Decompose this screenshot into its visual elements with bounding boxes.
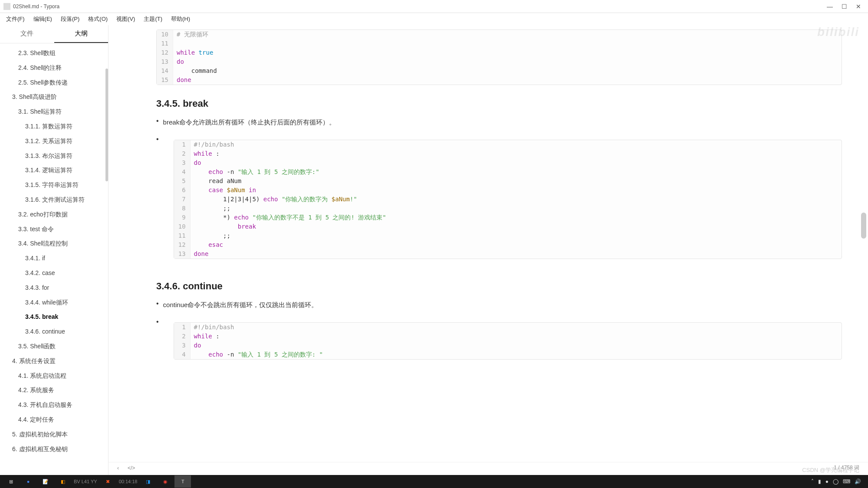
sidebar: 文件 大纲 2.3. Shell数组2.4. Shell的注释2.5. Shel… xyxy=(0,25,108,475)
outline-item[interactable]: 3. Shell高级进阶 xyxy=(0,90,108,105)
heading-345[interactable]: 3.4.5. break xyxy=(156,98,842,109)
menu-paragraph[interactable]: 段落(P) xyxy=(57,14,83,24)
sidebar-scrollbar[interactable] xyxy=(105,69,108,181)
outline-item[interactable]: 3.2. echo打印数据 xyxy=(0,207,108,222)
bullet-break-desc: break命令允许跳出所有循环（终止执行后面的所有循环）。 xyxy=(156,117,842,128)
code-block-break[interactable]: 1#!/bin/bash2while :3do4 echo -n "输入 1 到… xyxy=(174,140,842,259)
outline-item[interactable]: 3.4.1. if xyxy=(0,251,108,266)
close-button[interactable]: ✕ xyxy=(856,3,861,10)
outline-item[interactable]: 2.5. Shell参数传递 xyxy=(0,75,108,90)
minimize-button[interactable]: — xyxy=(827,3,833,10)
outline-item[interactable]: 5. 虚拟机初始化脚本 xyxy=(0,427,108,442)
outline-item[interactable]: 6. 虚拟机相互免秘钥 xyxy=(0,442,108,457)
outline-list[interactable]: 2.3. Shell数组2.4. Shell的注释2.5. Shell参数传递3… xyxy=(0,43,108,475)
editor-content[interactable]: 10# 无限循环1112while true13do14 command15do… xyxy=(108,25,868,475)
menu-edit[interactable]: 编辑(E) xyxy=(30,14,56,24)
menu-format[interactable]: 格式(O) xyxy=(85,14,111,24)
nav-back-icon[interactable]: ‹ xyxy=(117,465,119,471)
outline-item[interactable]: 3.4. Shell流程控制 xyxy=(0,236,108,251)
bullet-continue-code: 1#!/bin/bash2while :3do4 echo -n "输入 1 到… xyxy=(156,318,842,368)
bullet-continue-desc: continue命令不会跳出所有循环，仅仅跳出当前循环。 xyxy=(156,300,842,310)
outline-item[interactable]: 4.4. 定时任务 xyxy=(0,413,108,427)
main-area: 文件 大纲 2.3. Shell数组2.4. Shell的注释2.5. Shel… xyxy=(0,25,868,475)
source-mode-icon[interactable]: </> xyxy=(128,465,135,471)
code-block-continue[interactable]: 1#!/bin/bash2while :3do4 echo -n "输入 1 到… xyxy=(174,322,842,360)
outline-item[interactable]: 3.4.5. break xyxy=(0,310,108,324)
tab-files[interactable]: 文件 xyxy=(0,25,54,43)
watermark-bilibili: bilibili xyxy=(817,25,859,39)
titlebar: 02Shell.md - Typora — ☐ ✕ xyxy=(0,0,868,13)
outline-item[interactable]: 2.4. Shell的注释 xyxy=(0,61,108,75)
text-break-desc[interactable]: break命令允许跳出所有循环（终止执行后面的所有循环）。 xyxy=(163,117,336,128)
outline-item[interactable]: 2.3. Shell数组 xyxy=(0,46,108,61)
menu-theme[interactable]: 主题(T) xyxy=(140,14,166,24)
sidebar-tabs: 文件 大纲 xyxy=(0,25,108,43)
outline-item[interactable]: 3.5. Shell函数 xyxy=(0,339,108,354)
window-controls: — ☐ ✕ xyxy=(827,3,865,10)
outline-item[interactable]: 4.1. 系统启动流程 xyxy=(0,369,108,383)
menu-view[interactable]: 视图(V) xyxy=(113,14,138,24)
maximize-button[interactable]: ☐ xyxy=(842,3,847,10)
outline-item[interactable]: 4.2. 系统服务 xyxy=(0,383,108,398)
outline-item[interactable]: 3.1.4. 逻辑运算符 xyxy=(0,163,108,178)
code-block-while[interactable]: 10# 无限循环1112while true13do14 command15do… xyxy=(156,29,842,85)
outline-item[interactable]: 3.1. Shell运算符 xyxy=(0,105,108,119)
editor-footer: ‹ </> 1 / 4758 词 xyxy=(108,462,868,473)
text-continue-desc[interactable]: continue命令不会跳出所有循环，仅仅跳出当前循环。 xyxy=(163,300,318,310)
heading-346[interactable]: 3.4.6. continue xyxy=(156,281,842,292)
outline-item[interactable]: 3.1.2. 关系运算符 xyxy=(0,134,108,149)
menubar: 文件(F) 编辑(E) 段落(P) 格式(O) 视图(V) 主题(T) 帮助(H… xyxy=(0,13,868,25)
window-title: 02Shell.md - Typora xyxy=(13,3,827,10)
outline-item[interactable]: 3.4.4. while循环 xyxy=(0,295,108,310)
watermark-csdn: CSDN @学亮编程手记 xyxy=(802,466,859,474)
outline-item[interactable]: 4.3. 开机自启动服务 xyxy=(0,398,108,413)
content-scrollbar[interactable] xyxy=(861,213,866,239)
outline-item[interactable]: 3.1.1. 算数运算符 xyxy=(0,119,108,134)
tab-outline[interactable]: 大纲 xyxy=(54,25,108,43)
outline-item[interactable]: 3.1.6. 文件测试运算符 xyxy=(0,193,108,207)
outline-item[interactable]: 3.4.6. continue xyxy=(0,324,108,339)
outline-item[interactable]: 3.1.5. 字符串运算符 xyxy=(0,178,108,193)
menu-help[interactable]: 帮助(H) xyxy=(168,14,194,24)
menu-file[interactable]: 文件(F) xyxy=(3,14,28,24)
outline-item[interactable]: 3.4.3. for xyxy=(0,281,108,295)
outline-item[interactable]: 4. 系统任务设置 xyxy=(0,354,108,369)
app-icon xyxy=(3,3,10,10)
bullet-break-code: 1#!/bin/bash2while :3do4 echo -n "输入 1 到… xyxy=(156,135,842,268)
outline-item[interactable]: 3.1.3. 布尔运算符 xyxy=(0,149,108,164)
outline-item[interactable]: 3.3. test 命令 xyxy=(0,222,108,237)
outline-item[interactable]: 3.4.2. case xyxy=(0,266,108,281)
